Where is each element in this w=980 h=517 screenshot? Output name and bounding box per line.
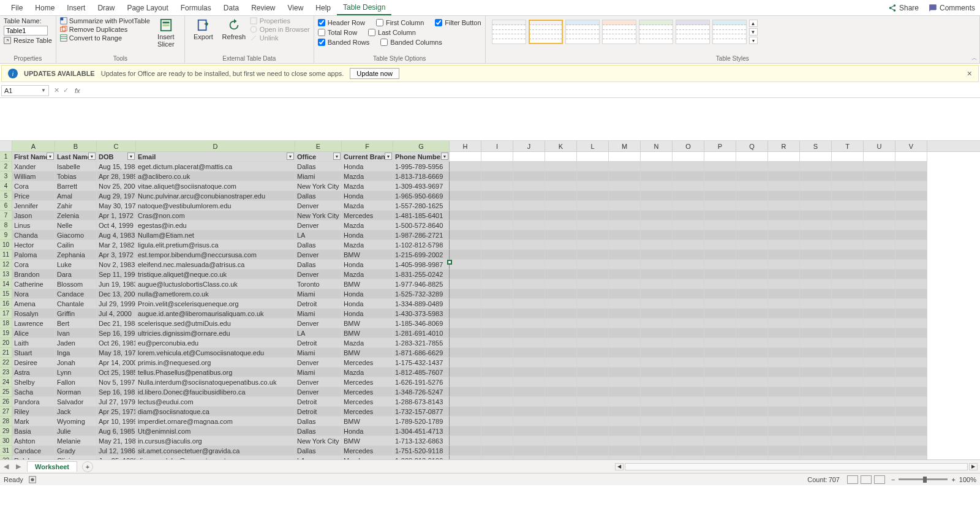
- table-header-cell[interactable]: [577, 152, 609, 162]
- table-cell[interactable]: [545, 201, 577, 211]
- table-cell[interactable]: [545, 191, 577, 201]
- menu-tab-insert[interactable]: Insert: [61, 0, 91, 15]
- table-cell[interactable]: [577, 162, 609, 172]
- table-cell[interactable]: Apr 1, 1972: [97, 211, 136, 221]
- table-cell[interactable]: Jul 4, 2000: [97, 309, 136, 319]
- table-cell[interactable]: [832, 279, 864, 289]
- table-cell[interactable]: 1-334-889-0489: [393, 299, 450, 309]
- table-cell[interactable]: augue@luctuslobortisClass.co.uk: [136, 279, 295, 289]
- table-cell[interactable]: tellus.Phasellus@penatibus.org: [136, 368, 295, 377]
- table-cell[interactable]: [577, 250, 609, 260]
- column-header[interactable]: V: [895, 141, 927, 151]
- table-cell[interactable]: [704, 319, 736, 328]
- row-header[interactable]: 22: [0, 358, 12, 368]
- table-cell[interactable]: [545, 270, 577, 279]
- table-cell[interactable]: [736, 240, 768, 250]
- table-cell[interactable]: [800, 289, 832, 299]
- table-cell[interactable]: [704, 397, 736, 407]
- table-cell[interactable]: [704, 181, 736, 191]
- table-cell[interactable]: [450, 299, 481, 309]
- table-cell[interactable]: [513, 456, 545, 459]
- table-header-cell[interactable]: Current Brand▼: [342, 152, 393, 162]
- table-cell[interactable]: Detroit: [295, 299, 342, 309]
- table-cell[interactable]: [609, 191, 641, 201]
- gallery-down[interactable]: ▼: [749, 28, 758, 36]
- table-cell[interactable]: [577, 221, 609, 230]
- table-cell[interactable]: [800, 358, 832, 368]
- table-cell[interactable]: [641, 368, 673, 377]
- table-cell[interactable]: BMW: [342, 436, 393, 446]
- table-cell[interactable]: [895, 270, 927, 279]
- row-header[interactable]: 21: [0, 348, 12, 358]
- table-cell[interactable]: [577, 191, 609, 201]
- column-header[interactable]: P: [704, 141, 736, 151]
- table-cell[interactable]: [450, 358, 481, 368]
- table-cell[interactable]: 1-430-373-5983: [393, 309, 450, 319]
- table-cell[interactable]: [895, 191, 927, 201]
- table-cell[interactable]: [641, 201, 673, 211]
- table-cell[interactable]: [673, 387, 704, 397]
- table-cell[interactable]: [736, 426, 768, 436]
- table-cell[interactable]: lectus@eudui.com: [136, 397, 295, 407]
- table-cell[interactable]: [545, 358, 577, 368]
- table-cell[interactable]: [673, 230, 704, 240]
- table-cell[interactable]: [864, 181, 895, 191]
- table-cell[interactable]: [832, 426, 864, 436]
- table-cell[interactable]: [800, 436, 832, 446]
- row-header[interactable]: 19: [0, 328, 12, 338]
- table-cell[interactable]: [609, 172, 641, 181]
- table-cell[interactable]: [864, 279, 895, 289]
- table-cell[interactable]: [864, 221, 895, 230]
- table-cell[interactable]: Ivan: [55, 328, 97, 338]
- table-cell[interactable]: [736, 397, 768, 407]
- table-cell[interactable]: [800, 338, 832, 348]
- row-header[interactable]: 7: [0, 211, 12, 221]
- table-cell[interactable]: [481, 162, 513, 172]
- table-cell[interactable]: [513, 230, 545, 240]
- table-cell[interactable]: [545, 348, 577, 358]
- hscroll-left[interactable]: ◀: [615, 463, 624, 470]
- table-cell[interactable]: [545, 240, 577, 250]
- table-cell[interactable]: [673, 456, 704, 459]
- comments-button[interactable]: Comments: [924, 4, 980, 12]
- table-cell[interactable]: [481, 260, 513, 270]
- table-cell[interactable]: Honda: [342, 162, 393, 172]
- table-cell[interactable]: William: [12, 172, 55, 181]
- table-cell[interactable]: Detroit: [295, 338, 342, 348]
- table-cell[interactable]: [609, 201, 641, 211]
- table-cell[interactable]: Jul 29, 1999: [97, 299, 136, 309]
- table-cell[interactable]: Oct 25, 1985: [97, 368, 136, 377]
- table-cell[interactable]: [577, 387, 609, 397]
- table-cell[interactable]: [481, 397, 513, 407]
- table-cell[interactable]: [545, 289, 577, 299]
- table-cell[interactable]: Sep 16, 1995: [97, 328, 136, 338]
- table-cell[interactable]: [895, 309, 927, 319]
- table-cell[interactable]: [895, 387, 927, 397]
- table-cell[interactable]: [800, 230, 832, 240]
- table-cell[interactable]: May 18, 1978: [97, 348, 136, 358]
- table-cell[interactable]: [577, 319, 609, 328]
- column-header[interactable]: K: [545, 141, 577, 151]
- table-cell[interactable]: [800, 191, 832, 201]
- table-cell[interactable]: [673, 270, 704, 279]
- table-cell[interactable]: [768, 338, 800, 348]
- table-cell[interactable]: [800, 319, 832, 328]
- table-cell[interactable]: [450, 221, 481, 230]
- table-cell[interactable]: [864, 260, 895, 270]
- table-cell[interactable]: [513, 319, 545, 328]
- table-cell[interactable]: [545, 368, 577, 377]
- fx-icon[interactable]: fx: [72, 87, 83, 94]
- table-cell[interactable]: [736, 338, 768, 348]
- table-cell[interactable]: Nov 5, 1997: [97, 377, 136, 387]
- table-cell[interactable]: Jack: [55, 407, 97, 417]
- zoom-in-button[interactable]: +: [951, 476, 955, 483]
- table-cell[interactable]: ultricies.dignissim@ornare.edu: [136, 328, 295, 338]
- table-cell[interactable]: [577, 211, 609, 221]
- table-cell[interactable]: [800, 309, 832, 319]
- table-cell[interactable]: [704, 279, 736, 289]
- table-cell[interactable]: [545, 446, 577, 456]
- table-cell[interactable]: [864, 319, 895, 328]
- table-cell[interactable]: [864, 387, 895, 397]
- table-cell[interactable]: [673, 172, 704, 181]
- column-header[interactable]: J: [513, 141, 545, 151]
